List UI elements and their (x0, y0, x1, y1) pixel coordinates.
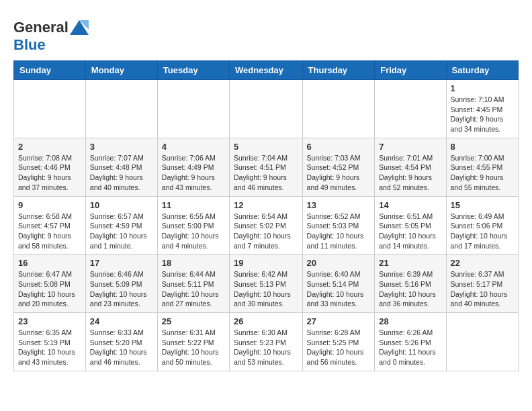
day-info: Sunrise: 7:00 AM Sunset: 4:55 PM Dayligh… (451, 153, 514, 193)
day-number: 2 (18, 142, 81, 152)
day-info: Sunrise: 6:30 AM Sunset: 5:23 PM Dayligh… (234, 328, 298, 367)
calendar-week-row: 9Sunrise: 6:58 AM Sunset: 4:57 PM Daylig… (14, 196, 519, 255)
calendar-cell: 6Sunrise: 7:03 AM Sunset: 4:52 PM Daylig… (302, 138, 375, 196)
calendar-cell: 22Sunrise: 6:37 AM Sunset: 5:17 PM Dayli… (446, 255, 518, 313)
day-number: 12 (234, 200, 298, 210)
day-info: Sunrise: 6:54 AM Sunset: 5:02 PM Dayligh… (234, 212, 298, 251)
day-number: 24 (90, 316, 153, 326)
day-info: Sunrise: 6:42 AM Sunset: 5:13 PM Dayligh… (234, 269, 298, 309)
column-header-tuesday: Tuesday (157, 61, 229, 80)
day-info: Sunrise: 6:49 AM Sunset: 5:06 PM Dayligh… (451, 212, 514, 251)
day-number: 25 (162, 316, 225, 326)
day-number: 10 (90, 200, 153, 210)
day-info: Sunrise: 6:26 AM Sunset: 5:26 PM Dayligh… (379, 328, 441, 367)
calendar-cell (14, 80, 86, 138)
day-number: 16 (18, 258, 81, 268)
calendar-cell: 26Sunrise: 6:30 AM Sunset: 5:23 PM Dayli… (230, 313, 303, 371)
day-number: 6 (307, 142, 371, 152)
page-header: General Blue (13, 13, 519, 54)
day-number: 9 (18, 200, 81, 210)
calendar-cell: 15Sunrise: 6:49 AM Sunset: 5:06 PM Dayli… (446, 196, 518, 255)
calendar-cell: 25Sunrise: 6:31 AM Sunset: 5:22 PM Dayli… (157, 313, 229, 371)
calendar-cell: 11Sunrise: 6:55 AM Sunset: 5:00 PM Dayli… (157, 196, 229, 255)
day-info: Sunrise: 6:46 AM Sunset: 5:09 PM Dayligh… (90, 269, 153, 309)
calendar-cell: 5Sunrise: 7:04 AM Sunset: 4:51 PM Daylig… (230, 138, 303, 196)
calendar-cell: 8Sunrise: 7:00 AM Sunset: 4:55 PM Daylig… (446, 138, 518, 196)
day-number: 8 (451, 142, 514, 152)
day-info: Sunrise: 6:39 AM Sunset: 5:16 PM Dayligh… (379, 269, 441, 309)
calendar-cell: 14Sunrise: 6:51 AM Sunset: 5:05 PM Dayli… (375, 196, 446, 255)
day-info: Sunrise: 7:08 AM Sunset: 4:46 PM Dayligh… (18, 153, 81, 193)
calendar-cell: 21Sunrise: 6:39 AM Sunset: 5:16 PM Dayli… (375, 255, 446, 313)
day-number: 5 (234, 142, 298, 152)
calendar-cell: 27Sunrise: 6:28 AM Sunset: 5:25 PM Dayli… (302, 313, 375, 371)
calendar-cell: 28Sunrise: 6:26 AM Sunset: 5:26 PM Dayli… (375, 313, 446, 371)
calendar-week-row: 16Sunrise: 6:47 AM Sunset: 5:08 PM Dayli… (14, 255, 519, 313)
calendar-cell (446, 313, 518, 371)
column-header-saturday: Saturday (446, 61, 518, 80)
day-number: 4 (162, 142, 225, 152)
day-info: Sunrise: 6:58 AM Sunset: 4:57 PM Dayligh… (18, 212, 81, 251)
calendar-week-row: 1Sunrise: 7:10 AM Sunset: 4:45 PM Daylig… (14, 80, 519, 138)
day-info: Sunrise: 6:44 AM Sunset: 5:11 PM Dayligh… (162, 269, 225, 309)
day-number: 28 (379, 316, 441, 326)
day-info: Sunrise: 6:55 AM Sunset: 5:00 PM Dayligh… (162, 212, 225, 251)
day-number: 21 (379, 258, 441, 268)
column-header-sunday: Sunday (14, 61, 86, 80)
calendar-cell: 7Sunrise: 7:01 AM Sunset: 4:54 PM Daylig… (375, 138, 446, 196)
calendar-cell: 16Sunrise: 6:47 AM Sunset: 5:08 PM Dayli… (14, 255, 86, 313)
day-number: 1 (451, 83, 514, 93)
calendar-cell (230, 80, 303, 138)
logo-container: General Blue (13, 19, 89, 54)
calendar-cell: 24Sunrise: 6:33 AM Sunset: 5:20 PM Dayli… (85, 313, 157, 371)
calendar-table: SundayMondayTuesdayWednesdayThursdayFrid… (13, 60, 519, 371)
day-info: Sunrise: 7:06 AM Sunset: 4:49 PM Dayligh… (162, 153, 225, 193)
calendar-header-row: SundayMondayTuesdayWednesdayThursdayFrid… (14, 61, 519, 80)
calendar-cell (375, 80, 446, 138)
day-info: Sunrise: 6:51 AM Sunset: 5:05 PM Dayligh… (379, 212, 441, 251)
calendar-cell: 9Sunrise: 6:58 AM Sunset: 4:57 PM Daylig… (14, 196, 86, 255)
day-info: Sunrise: 6:31 AM Sunset: 5:22 PM Dayligh… (162, 328, 225, 367)
calendar-cell: 17Sunrise: 6:46 AM Sunset: 5:09 PM Dayli… (85, 255, 157, 313)
calendar-cell: 23Sunrise: 6:35 AM Sunset: 5:19 PM Dayli… (14, 313, 86, 371)
day-number: 26 (234, 316, 298, 326)
calendar-cell (157, 80, 229, 138)
calendar-cell: 13Sunrise: 6:52 AM Sunset: 5:03 PM Dayli… (302, 196, 375, 255)
day-number: 3 (90, 142, 153, 152)
day-number: 7 (379, 142, 441, 152)
logo-triangle-icon (70, 20, 89, 35)
calendar-cell: 1Sunrise: 7:10 AM Sunset: 4:45 PM Daylig… (446, 80, 518, 138)
calendar-cell: 19Sunrise: 6:42 AM Sunset: 5:13 PM Dayli… (230, 255, 303, 313)
day-number: 19 (234, 258, 298, 268)
calendar-cell: 12Sunrise: 6:54 AM Sunset: 5:02 PM Dayli… (230, 196, 303, 255)
calendar-cell: 10Sunrise: 6:57 AM Sunset: 4:59 PM Dayli… (85, 196, 157, 255)
day-info: Sunrise: 6:40 AM Sunset: 5:14 PM Dayligh… (307, 269, 371, 309)
day-info: Sunrise: 6:57 AM Sunset: 4:59 PM Dayligh… (90, 212, 153, 251)
day-info: Sunrise: 7:01 AM Sunset: 4:54 PM Dayligh… (379, 153, 441, 193)
day-info: Sunrise: 7:07 AM Sunset: 4:48 PM Dayligh… (90, 153, 153, 193)
day-info: Sunrise: 6:35 AM Sunset: 5:19 PM Dayligh… (18, 328, 81, 367)
calendar-cell: 4Sunrise: 7:06 AM Sunset: 4:49 PM Daylig… (157, 138, 229, 196)
day-number: 13 (307, 200, 371, 210)
calendar-week-row: 23Sunrise: 6:35 AM Sunset: 5:19 PM Dayli… (14, 313, 519, 371)
day-info: Sunrise: 6:52 AM Sunset: 5:03 PM Dayligh… (307, 212, 371, 251)
day-number: 23 (18, 316, 81, 326)
day-info: Sunrise: 6:28 AM Sunset: 5:25 PM Dayligh… (307, 328, 371, 367)
day-number: 27 (307, 316, 371, 326)
logo-blue-text: Blue (13, 36, 46, 53)
day-number: 11 (162, 200, 225, 210)
day-info: Sunrise: 7:04 AM Sunset: 4:51 PM Dayligh… (234, 153, 298, 193)
day-info: Sunrise: 7:10 AM Sunset: 4:45 PM Dayligh… (451, 95, 514, 134)
day-info: Sunrise: 7:03 AM Sunset: 4:52 PM Dayligh… (307, 153, 371, 193)
day-number: 14 (379, 200, 441, 210)
day-info: Sunrise: 6:33 AM Sunset: 5:20 PM Dayligh… (90, 328, 153, 367)
day-info: Sunrise: 6:37 AM Sunset: 5:17 PM Dayligh… (451, 269, 514, 309)
calendar-cell: 3Sunrise: 7:07 AM Sunset: 4:48 PM Daylig… (85, 138, 157, 196)
day-number: 18 (162, 258, 225, 268)
calendar-week-row: 2Sunrise: 7:08 AM Sunset: 4:46 PM Daylig… (14, 138, 519, 196)
day-number: 15 (451, 200, 514, 210)
calendar-cell: 18Sunrise: 6:44 AM Sunset: 5:11 PM Dayli… (157, 255, 229, 313)
calendar-cell (85, 80, 157, 138)
calendar-cell: 2Sunrise: 7:08 AM Sunset: 4:46 PM Daylig… (14, 138, 86, 196)
column-header-friday: Friday (375, 61, 446, 80)
